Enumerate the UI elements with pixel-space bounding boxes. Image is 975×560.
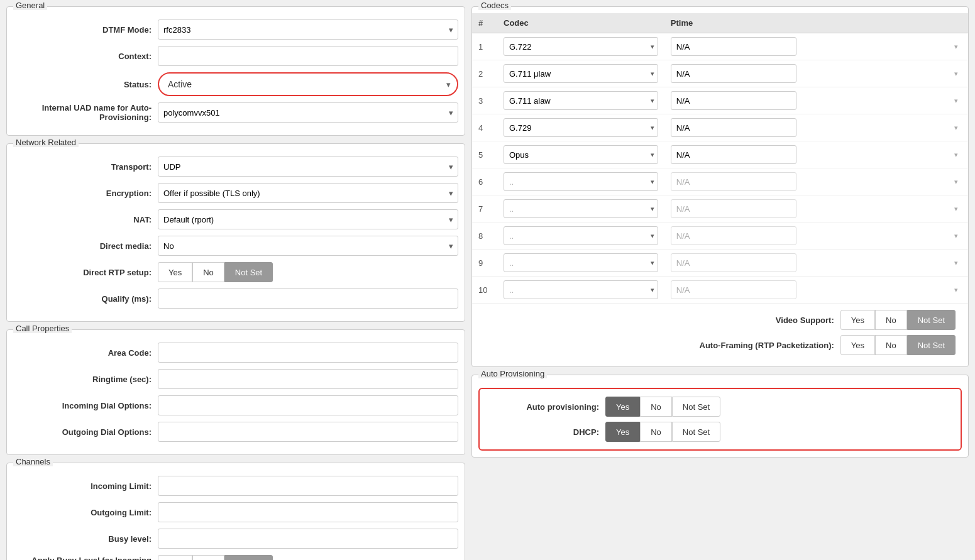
ptime-select-4[interactable]: N/A [671, 118, 796, 137]
ptime-select-wrapper-9[interactable]: N/A [671, 253, 962, 272]
ptime-select-6[interactable]: N/A [671, 172, 796, 191]
direct-media-select-wrapper[interactable]: No [158, 236, 458, 256]
codec-select-3[interactable]: G.711 alaw [504, 91, 658, 110]
video-support-yes-button[interactable]: Yes [840, 310, 875, 330]
codec-select-wrapper-4[interactable]: G.729 [504, 118, 658, 137]
direct-rtp-notset-button[interactable]: Not Set [224, 262, 273, 282]
nat-select[interactable]: Default (rport) [158, 209, 458, 229]
ptime-select-wrapper-6[interactable]: N/A [671, 172, 962, 191]
ptime-select-wrapper-10[interactable]: N/A [671, 280, 962, 299]
codec-row-num-1: 1 [472, 33, 497, 60]
encryption-select[interactable]: Offer if possible (TLS only) [158, 183, 458, 203]
ptime-select-wrapper-7[interactable]: N/A [671, 199, 962, 218]
ptime-select-wrapper-3[interactable]: N/A [671, 91, 962, 110]
dtmf-mode-select-wrapper[interactable]: rfc2833 [158, 19, 458, 40]
auto-framing-no-button[interactable]: No [875, 335, 907, 355]
ptime-select-wrapper-8[interactable]: N/A [671, 226, 962, 245]
general-section: General DTMF Mode: rfc2833 Context: defa… [6, 6, 465, 136]
auto-framing-yes-button[interactable]: Yes [840, 335, 875, 355]
video-support-label: Video Support: [776, 316, 834, 325]
context-input[interactable]: default [158, 46, 458, 66]
uad-select[interactable]: polycomvvx501 [158, 102, 458, 123]
ptime-select-wrapper-5[interactable]: N/A [671, 145, 962, 164]
outgoing-limit-input[interactable]: 2 [158, 502, 458, 522]
ptime-select-wrapper-1[interactable]: N/A [671, 37, 962, 56]
direct-rtp-label: Direct RTP setup: [13, 268, 158, 277]
dhcp-btn-group: Yes No Not Set [605, 422, 720, 442]
nat-select-wrapper[interactable]: Default (rport) [158, 209, 458, 229]
codec-row-num-9: 9 [472, 250, 497, 277]
transport-select-wrapper[interactable]: UDP [158, 156, 458, 177]
transport-select[interactable]: UDP [158, 156, 458, 177]
incoming-limit-input[interactable]: 2 [158, 476, 458, 496]
ptime-select-9[interactable]: N/A [671, 253, 796, 272]
direct-media-select[interactable]: No [158, 236, 458, 256]
dhcp-no-button[interactable]: No [640, 422, 672, 442]
dhcp-notset-button[interactable]: Not Set [672, 422, 720, 442]
ptime-select-10[interactable]: N/A [671, 280, 796, 299]
codec-select-6[interactable]: .. [504, 172, 658, 191]
codec-select-5[interactable]: Opus [504, 145, 658, 164]
codec-row-ptime-8: N/A [664, 222, 968, 250]
apply-busy-notset-button[interactable]: Not Set [224, 555, 273, 560]
codec-select-wrapper-1[interactable]: G.722 [504, 37, 658, 56]
encryption-select-wrapper[interactable]: Offer if possible (TLS only) [158, 183, 458, 203]
dhcp-yes-button[interactable]: Yes [605, 422, 640, 442]
codec-row-num-6: 6 [472, 168, 497, 195]
ptime-select-wrapper-2[interactable]: N/A [671, 64, 962, 83]
ringtime-input[interactable]: 32 [158, 369, 458, 389]
codec-select-8[interactable]: .. [504, 226, 658, 245]
dtmf-mode-select[interactable]: rfc2833 [158, 19, 458, 40]
uad-select-wrapper[interactable]: polycomvvx501 [158, 102, 458, 123]
direct-rtp-yes-button[interactable]: Yes [158, 262, 192, 282]
codec-select-7[interactable]: .. [504, 199, 658, 218]
codec-select-wrapper-6[interactable]: .. [504, 172, 658, 191]
ptime-select-5[interactable]: N/A [671, 145, 796, 164]
status-label: Status: [13, 80, 158, 89]
direct-rtp-no-button[interactable]: No [192, 262, 224, 282]
codec-select-10[interactable]: .. [504, 280, 658, 299]
codec-select-9[interactable]: .. [504, 253, 658, 272]
outgoing-dial-input[interactable] [158, 422, 458, 442]
video-support-notset-button[interactable]: Not Set [907, 310, 956, 330]
apply-busy-yes-button[interactable]: Yes [158, 555, 192, 560]
busy-level-input[interactable] [158, 529, 458, 549]
auto-provisioning-inner: Auto provisioning: Yes No Not Set DHCP: … [478, 388, 962, 451]
incoming-dial-input[interactable]: tr [158, 395, 458, 415]
codec-select-wrapper-7[interactable]: .. [504, 199, 658, 218]
incoming-dial-row: Incoming Dial Options: tr [13, 395, 458, 415]
codec-select-wrapper-10[interactable]: .. [504, 280, 658, 299]
codec-select-wrapper-2[interactable]: G.711 μlaw [504, 64, 658, 83]
ptime-select-7[interactable]: N/A [671, 199, 796, 218]
auto-framing-notset-button[interactable]: Not Set [907, 335, 956, 355]
outgoing-dial-label: Outgoing Dial Options: [13, 427, 158, 437]
qualify-input[interactable]: 8000 [158, 288, 458, 309]
ptime-select-1[interactable]: N/A [671, 37, 796, 56]
apply-busy-label: Apply Busy Level for Incoming Calls: [13, 556, 158, 560]
codec-select-wrapper-9[interactable]: .. [504, 253, 658, 272]
direct-media-label: Direct media: [13, 241, 158, 251]
status-select[interactable]: Active Inactive [158, 72, 458, 96]
ptime-select-8[interactable]: N/A [671, 226, 796, 245]
ptime-select-2[interactable]: N/A [671, 64, 796, 83]
auto-prov-yes-button[interactable]: Yes [605, 397, 640, 417]
codec-select-wrapper-8[interactable]: .. [504, 226, 658, 245]
codec-select-4[interactable]: G.729 [504, 118, 658, 137]
codec-select-1[interactable]: G.722 [504, 37, 658, 56]
ptime-select-3[interactable]: N/A [671, 91, 796, 110]
uad-row: Internal UAD name for Auto-Provisioning:… [13, 102, 458, 123]
incoming-limit-row: Incoming Limit: 2 [13, 476, 458, 496]
ptime-select-wrapper-4[interactable]: N/A [671, 118, 962, 137]
video-support-no-button[interactable]: No [875, 310, 907, 330]
auto-framing-row: Auto-Framing (RTP Packetization): Yes No… [485, 335, 956, 355]
codec-select-wrapper-3[interactable]: G.711 alaw [504, 91, 658, 110]
apply-busy-no-button[interactable]: No [192, 555, 224, 560]
codec-row-ptime-4: N/A [664, 114, 968, 141]
auto-prov-no-button[interactable]: No [640, 397, 672, 417]
dtmf-mode-row: DTMF Mode: rfc2833 [13, 19, 458, 40]
codec-select-wrapper-5[interactable]: Opus [504, 145, 658, 164]
area-code-input[interactable] [158, 343, 458, 363]
auto-prov-notset-button[interactable]: Not Set [672, 397, 720, 417]
codec-select-2[interactable]: G.711 μlaw [504, 64, 658, 83]
status-select-wrapper[interactable]: Active Inactive [158, 72, 458, 96]
